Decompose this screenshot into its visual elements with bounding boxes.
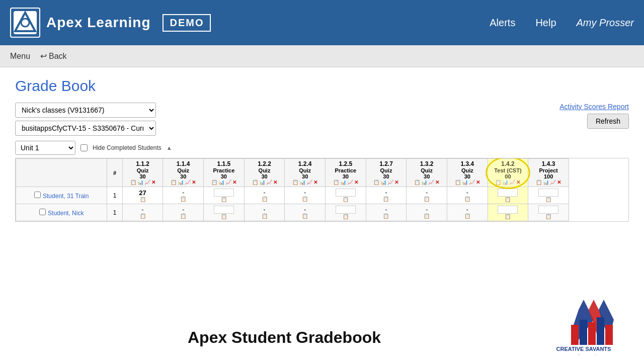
score-cell-0-8: - 📋 [447,187,488,204]
score-input-1-10[interactable] [538,206,558,214]
chart-icon[interactable]: 📈 [550,179,556,185]
chart-icon[interactable]: 📈 [266,179,272,185]
info-icon[interactable]: 📊 [543,179,549,185]
remove-icon[interactable]: ✕ [394,179,398,185]
edit-icon[interactable]: 📋 [373,179,379,185]
edit-icon[interactable]: 📋 [292,179,298,185]
help-link[interactable]: Help [535,17,556,29]
info-icon[interactable]: 📊 [178,179,184,185]
info-icon[interactable]: 📊 [380,179,386,185]
cell-edit-icon[interactable]: 📋 [302,213,308,219]
class-dropdown[interactable]: Nick's classes (V9131667) [15,103,156,118]
chart-icon[interactable]: 📈 [509,179,515,185]
chart-icon[interactable]: 📈 [347,179,353,185]
edit-icon[interactable]: 📋 [252,179,258,185]
alerts-link[interactable]: Alerts [490,17,515,29]
refresh-button[interactable]: Refresh [587,114,629,129]
cell-edit-icon[interactable]: 📋 [424,196,430,202]
user-name: Amy Prosser [577,17,634,29]
score-input-1-9[interactable] [498,206,518,214]
student-name-1: Student, Nick [16,204,107,221]
student-link-0[interactable]: Student, 31 Train [43,193,89,200]
back-button[interactable]: ↩ Back [40,51,67,61]
edit-icon[interactable]: 📋 [414,179,420,185]
cell-edit-icon[interactable]: 📋 [140,197,146,202]
info-icon[interactable]: 📊 [259,179,265,185]
cell-edit-icon[interactable]: 📋 [383,213,389,219]
chart-icon[interactable]: 📈 [387,179,393,185]
student-checkbox-1[interactable] [39,209,46,215]
score-input-0-2[interactable] [214,189,234,197]
remove-icon[interactable]: ✕ [516,179,520,185]
edit-icon[interactable]: 📋 [536,179,542,185]
cell-edit-icon[interactable]: 📋 [343,214,349,219]
cell-edit-icon[interactable]: 📋 [383,196,389,202]
cell-edit-icon[interactable]: 📋 [302,196,308,202]
info-icon[interactable]: 📊 [218,179,224,185]
cell-edit-icon[interactable]: 📋 [262,213,268,219]
remove-icon[interactable]: ✕ [435,179,439,185]
score-input-0-9[interactable] [498,189,518,197]
chart-icon[interactable]: 📈 [144,179,150,185]
remove-icon[interactable]: ✕ [232,179,236,185]
edit-icon[interactable]: 📋 [171,179,177,185]
remove-icon[interactable]: ✕ [313,179,317,185]
info-icon[interactable]: 📊 [502,179,508,185]
remove-icon[interactable]: ✕ [476,179,480,185]
menu-button[interactable]: Menu [10,52,30,61]
score-input-0-5[interactable] [336,189,356,197]
col-type: Practice [206,167,242,173]
chart-icon[interactable]: 📈 [185,179,191,185]
cell-edit-icon[interactable]: 📋 [343,197,349,202]
remove-icon[interactable]: ✕ [354,179,358,185]
dash-score: - [125,206,160,213]
chart-icon[interactable]: 📈 [428,179,434,185]
chart-icon[interactable]: 📈 [469,179,475,185]
activity-scores-link[interactable]: Activity Scores Report [559,103,629,111]
remove-icon[interactable]: ✕ [557,179,561,185]
cell-edit-icon[interactable]: 📋 [505,197,511,202]
info-icon[interactable]: 📊 [340,179,346,185]
apex-logo-icon [13,10,38,35]
cell-edit-icon[interactable]: 📋 [180,196,186,202]
remove-icon[interactable]: ✕ [273,179,277,185]
cell-edit-icon[interactable]: 📋 [545,197,551,202]
score-input-1-2[interactable] [214,206,234,214]
info-icon[interactable]: 📊 [137,179,143,185]
info-icon[interactable]: 📊 [421,179,427,185]
cell-edit-icon[interactable]: 📋 [464,196,470,202]
edit-icon[interactable]: 📋 [495,179,501,185]
student-checkbox-0[interactable] [34,192,41,198]
table-row: Student, 31 Train127 📋 - 📋 📋 - 📋 - 📋 📋 [16,187,569,204]
chart-icon[interactable]: 📈 [306,179,312,185]
cell-edit-icon[interactable]: 📋 [464,213,470,219]
edit-icon[interactable]: 📋 [333,179,339,185]
dash-score: - [247,206,282,213]
remove-icon[interactable]: ✕ [192,179,196,185]
sort-icon[interactable]: ▲ [167,145,172,151]
cell-edit-icon[interactable]: 📋 [180,213,186,219]
score-input-1-5[interactable] [336,206,356,214]
dash-score: - [369,189,404,196]
edit-icon[interactable]: 📋 [455,179,461,185]
cell-edit-icon[interactable]: 📋 [140,213,146,219]
cell-edit-icon[interactable]: 📋 [262,196,268,202]
cell-edit-icon[interactable]: 📋 [505,214,511,219]
info-icon[interactable]: 📊 [462,179,468,185]
remove-icon[interactable]: ✕ [151,179,155,185]
unit-dropdown[interactable]: Unit 1 [15,141,75,155]
enrollment-dropdown[interactable]: busitappsCfyCTV-15 - S3350676 - Current [15,121,156,136]
chart-icon[interactable]: 📈 [225,179,231,185]
info-icon[interactable]: 📊 [299,179,305,185]
edit-icon[interactable]: 📋 [211,179,217,185]
hide-completed-checkbox[interactable] [80,144,88,151]
cell-edit-icon[interactable]: 📋 [424,213,430,219]
score-cell-0-10: 📋 [528,187,569,204]
cell-edit-icon[interactable]: 📋 [545,214,551,219]
cell-edit-icon[interactable]: 📋 [221,214,227,219]
cell-edit-icon[interactable]: 📋 [221,197,227,202]
col-header-1-3-2: 1.3.2 Quiz 30 📋 📊 📈 ✕ [407,159,447,187]
score-input-0-10[interactable] [538,189,558,197]
edit-icon[interactable]: 📋 [130,179,136,185]
student-link-1[interactable]: Student, Nick [48,210,84,217]
